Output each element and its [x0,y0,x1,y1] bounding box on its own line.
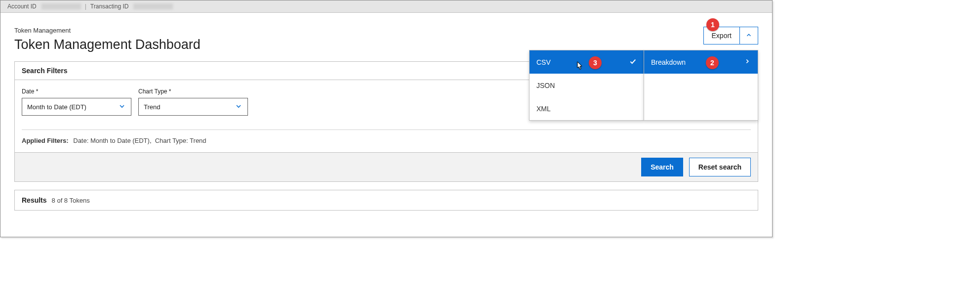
account-id-value-redacted [41,3,81,9]
breadcrumb[interactable]: Token Management [14,27,758,34]
applied-filter-value: Month to Date (EDT) [90,137,150,144]
export-type-menu: Breakdown [644,50,758,121]
applied-filters-label: Applied Filters: [22,137,69,144]
applied-filter-name: Chart Type [155,137,186,144]
chart-type-field-label: Chart Type * [138,88,248,95]
check-icon [629,57,637,67]
export-menu-container: CSV JSON XML Breakdown [529,50,758,121]
transacting-id-value-redacted [133,3,173,9]
export-button-label[interactable]: Export [704,27,740,44]
chevron-down-icon [118,102,126,112]
export-type-breakdown[interactable]: Breakdown [644,50,758,74]
menu-item-label: Breakdown [651,58,686,66]
date-select[interactable]: Month to Date (EDT) [22,98,131,116]
date-select-value: Month to Date (EDT) [27,103,86,111]
chart-type-select-value: Trend [144,103,160,111]
chevron-up-icon [745,32,752,40]
applied-filters-row: Applied Filters: Date: Month to Date (ED… [22,137,751,152]
date-field-label: Date * [22,88,131,95]
export-format-xml[interactable]: XML [530,97,644,120]
export-format-json[interactable]: JSON [530,74,644,97]
chevron-down-icon [235,102,243,112]
filter-actions: Search Reset search [15,152,758,181]
menu-item-label: CSV [536,58,551,66]
header-separator: | [85,3,86,10]
results-panel-header: Results 8 of 8 Tokens [14,190,758,211]
chart-type-select[interactable]: Trend [138,98,248,116]
reset-search-button[interactable]: Reset search [689,158,751,176]
search-filters-title: Search Filters [22,67,68,75]
account-header-bar: Account ID | Transacting ID [0,0,772,13]
menu-item-label: JSON [536,82,555,89]
export-button-toggle[interactable] [740,27,758,44]
menu-item-label: XML [536,105,551,113]
export-format-menu: CSV JSON XML [529,50,644,121]
results-count: 8 of 8 Tokens [52,197,90,204]
applied-filter-name: Date [73,137,86,144]
account-id-label: Account ID [7,3,37,10]
results-title: Results [22,196,47,204]
export-format-csv[interactable]: CSV [530,50,644,74]
search-button[interactable]: Search [641,158,683,176]
chevron-right-icon [744,58,751,66]
transacting-id-label: Transacting ID [90,3,129,10]
applied-filter-value: Trend [190,137,206,144]
export-split-button: Export [703,27,758,44]
